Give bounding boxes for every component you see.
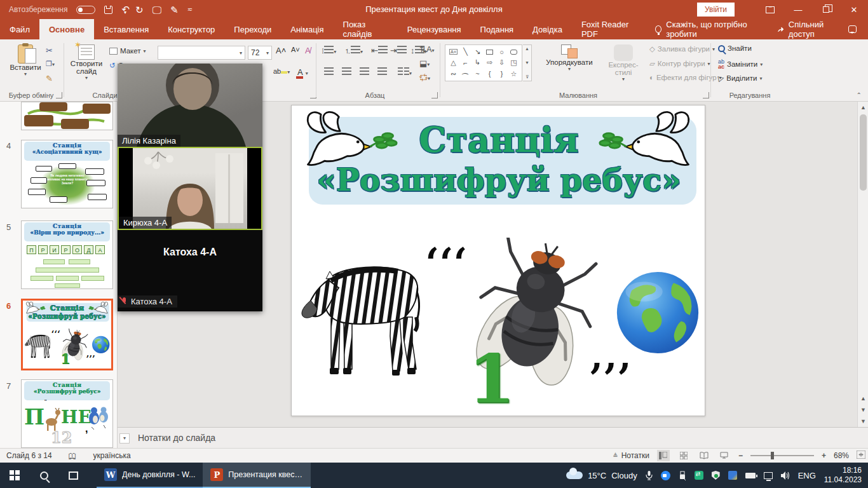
arrange-button[interactable]: Упорядкувати▾ <box>539 44 600 72</box>
right-brace-shape[interactable]: } <box>501 70 503 78</box>
quick-styles-button[interactable]: Експрес-стилі▾ <box>601 44 646 82</box>
taskbar-powerpoint-app[interactable]: PПрезентация квест... <box>203 463 311 488</box>
notes-collapse-button[interactable]: ▾ <box>119 433 130 444</box>
rebus-quotes-bottom[interactable]: ,,, <box>590 334 633 377</box>
columns-button[interactable]: ▾ <box>398 67 412 77</box>
rebus-number-one[interactable]: 1 <box>468 339 515 418</box>
shape-fill-button[interactable]: ◇Заливка фігури▾ <box>649 44 715 53</box>
clear-formatting-button[interactable]: A̸ <box>305 46 311 55</box>
normal-view-button[interactable] <box>657 450 670 461</box>
microphone-tray-icon[interactable] <box>646 471 653 480</box>
rectangle-shape[interactable] <box>486 48 493 56</box>
start-button[interactable] <box>0 463 29 488</box>
slide-canvas[interactable]: Станція «Розшифруй ребус» ,,, 1 ,,, <box>291 105 705 416</box>
numbering-button[interactable]: ⒈▾ <box>344 46 363 56</box>
notes-toggle-button[interactable]: ≜Нотатки <box>613 451 649 460</box>
share-button[interactable]: Спільний доступ <box>770 20 844 39</box>
paste-button[interactable]: Вставити▾ <box>8 44 43 77</box>
zoom-meeting-overlay[interactable]: Лілія Казаріна Кирюха 4-А Катоха 4-А Кат… <box>118 64 262 311</box>
elbow-arrow-shape[interactable]: ↳ <box>475 58 480 67</box>
tab-animations[interactable]: Анімація <box>281 19 333 39</box>
taskbar-search-button[interactable] <box>29 463 58 488</box>
tab-transitions[interactable]: Переходи <box>224 19 281 39</box>
volume-tray-icon[interactable] <box>781 471 790 480</box>
shapes-gallery[interactable]: A≡ ╲ ↘ ○ △ ⌐ ↳ ⇨ ⇩ ◳ ∾ ( ~ { } ☆ <box>445 44 522 81</box>
cut-button[interactable]: ✂ <box>46 46 53 55</box>
slide-sorter-view-button[interactable] <box>677 450 690 461</box>
paragraph-dialog-launcher[interactable] <box>431 92 438 98</box>
zoom-out-button[interactable]: − <box>738 451 743 460</box>
scrollbar-thumb[interactable] <box>860 114 867 191</box>
font-color-button[interactable]: А▾ <box>297 67 308 79</box>
right-arrow-shape[interactable]: ⇨ <box>487 58 492 67</box>
tab-foxit[interactable]: Foxit Reader PDF <box>572 19 646 39</box>
rounded-rect-shape[interactable] <box>510 48 517 56</box>
previous-slide-button[interactable]: ▲ <box>860 395 866 402</box>
sign-in-button[interactable]: Увійти <box>697 3 735 17</box>
shrink-font-button[interactable]: A˅ <box>291 46 300 53</box>
increase-indent-button[interactable]: ⇥ <box>390 46 407 55</box>
elbow-shape[interactable]: ⌐ <box>463 59 467 67</box>
new-slide-button[interactable]: Створити слайд▾ <box>67 44 105 81</box>
notes-pane[interactable]: ▾ Нотатки до слайда <box>118 427 868 448</box>
align-right-button[interactable] <box>360 67 369 77</box>
reading-view-button[interactable] <box>698 450 710 461</box>
line-shape[interactable]: ╲ <box>463 48 468 56</box>
down-arrow-shape[interactable]: ⇩ <box>499 58 505 67</box>
thumbnail-slide-5[interactable]: Станція «Вірш про природу...» П Р И Р О … <box>21 220 113 289</box>
tab-file[interactable]: Файл <box>0 19 39 39</box>
rebus-quotes-top[interactable]: ,,, <box>423 244 466 287</box>
participant-video-top[interactable]: Лілія Казаріна <box>118 64 262 147</box>
tab-review[interactable]: Рецензування <box>398 19 471 39</box>
spellcheck-icon[interactable]: 🕮 <box>69 451 77 461</box>
corner-shape[interactable]: ◳ <box>510 58 517 67</box>
font-name-combo[interactable]: ▾ <box>158 46 245 60</box>
comments-icon[interactable] <box>848 25 857 33</box>
slideshow-view-button[interactable] <box>718 450 731 461</box>
oval-shape[interactable]: ○ <box>499 48 504 56</box>
bullets-button[interactable]: ⁝▾ <box>322 46 336 55</box>
taskbar-clock[interactable]: 18:16 11.04.2023 <box>824 466 862 485</box>
green-app-tray-icon[interactable] <box>695 471 703 480</box>
restore-button[interactable] <box>812 0 840 19</box>
drawing-dialog-launcher[interactable] <box>703 92 709 98</box>
arrow-shape[interactable]: ↘ <box>475 48 480 56</box>
format-painter-button[interactable]: ✎ <box>46 74 53 83</box>
justify-button[interactable] <box>377 67 387 77</box>
highlight-button[interactable]: ab▾ <box>273 67 290 75</box>
usb-tray-icon[interactable] <box>679 471 686 480</box>
tab-view[interactable]: Подання <box>471 19 524 39</box>
tab-home[interactable]: Основне <box>39 19 94 39</box>
align-text-button[interactable]: ⬓▾ <box>419 58 430 68</box>
thumbnail-slide-3[interactable] <box>21 102 113 130</box>
star-shape[interactable]: ☆ <box>511 70 517 78</box>
tab-slideshow[interactable]: Показ слайдів <box>334 19 398 39</box>
zoom-tray-icon[interactable] <box>661 471 670 480</box>
zebra-image[interactable] <box>298 242 425 379</box>
tab-design[interactable]: Конструктор <box>158 19 224 39</box>
smartart-convert-button[interactable]: ⮔▾ <box>419 72 430 82</box>
language-indicator[interactable]: українська <box>93 451 131 460</box>
triangle-shape[interactable]: △ <box>451 58 456 67</box>
blue-app-tray-icon[interactable] <box>728 471 737 480</box>
align-left-button[interactable] <box>324 67 334 77</box>
arc-shape[interactable]: ( <box>461 72 469 75</box>
thumbnail-slide-4[interactable]: Станція «Асоціативний кущ» Як людина нег… <box>21 140 113 208</box>
decrease-indent-button[interactable]: ⇤ <box>371 46 388 55</box>
find-button[interactable]: Знайти <box>718 44 752 52</box>
grow-font-button[interactable]: A˄ <box>276 46 286 55</box>
minimize-button[interactable]: — <box>784 0 812 19</box>
replace-button[interactable]: abacЗамінити▾ <box>718 59 763 69</box>
thumbnail-slide-7[interactable]: Станція «Розшифруй ребус» '' П НЕ , 12 <box>21 379 113 448</box>
tab-insert[interactable]: Вставлення <box>94 19 158 39</box>
layout-button[interactable]: Макет▾ <box>109 47 146 55</box>
select-button[interactable]: ▷Виділити▾ <box>718 74 762 83</box>
textbox-shape[interactable]: A≡ <box>449 49 458 55</box>
security-shield-tray-icon[interactable] <box>712 471 720 480</box>
taskbar-word-app[interactable]: WДень довкілля - W... <box>97 463 203 488</box>
shape-outline-button[interactable]: ▱Контур фігури▾ <box>649 59 710 68</box>
language-tray-indicator[interactable]: ENG <box>798 471 816 480</box>
align-center-button[interactable] <box>342 67 351 77</box>
battery-tray-icon[interactable] <box>745 473 756 478</box>
fit-to-window-button[interactable] <box>857 451 865 461</box>
